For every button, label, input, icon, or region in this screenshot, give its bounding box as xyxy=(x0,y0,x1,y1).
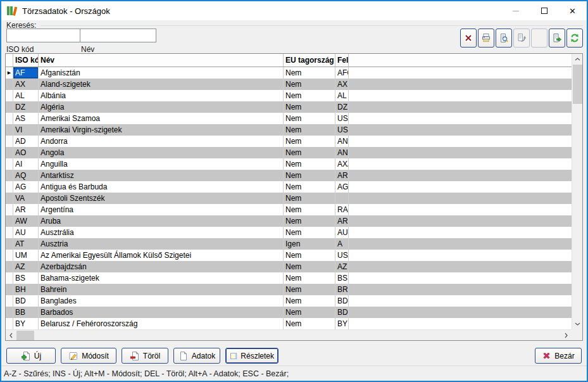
column-header-nev[interactable]: Név xyxy=(39,54,284,67)
grid-cell-eu[interactable]: Nem xyxy=(284,158,335,170)
table-row[interactable]: AGAntigua és BarbudaNemAG xyxy=(6,181,572,193)
grid-cell-iso[interactable]: BH xyxy=(13,284,39,295)
grid-cell-nev[interactable]: Aruba xyxy=(39,215,284,227)
grid-cell-fel[interactable]: AFG xyxy=(335,67,349,79)
grid-cell-nev[interactable]: Apostoli Szentszék xyxy=(39,193,284,204)
grid-cell-eu[interactable]: Nem xyxy=(284,295,335,307)
table-row[interactable]: ATAusztriaIgenA xyxy=(6,238,572,250)
table-row[interactable]: AQAntarktiszNemARK xyxy=(6,170,572,181)
grid-cell-eu[interactable]: Nem xyxy=(284,136,335,147)
grid-cell-eu[interactable]: Nem xyxy=(284,250,335,261)
grid-cell-nev[interactable]: Bahama-szigetek xyxy=(39,272,284,284)
table-row[interactable]: ARArgentínaNemRA xyxy=(6,204,572,215)
scroll-left-icon[interactable] xyxy=(6,330,16,341)
grid-cell-fel[interactable]: DZ xyxy=(335,101,349,113)
grid-cell-fel[interactable]: AX xyxy=(335,79,349,90)
grid-cell-eu[interactable]: Nem xyxy=(284,101,335,113)
table-row[interactable]: VIAmerikai Virgin-szigetekNemUSA xyxy=(6,124,572,136)
table-row[interactable]: AWArubaNemARU xyxy=(6,215,572,227)
grid-cell-nev[interactable]: Albánia xyxy=(39,90,284,101)
grid-cell-nev[interactable]: Algéria xyxy=(39,101,284,113)
refresh-button[interactable] xyxy=(566,29,583,48)
grid-cell-fel[interactable]: ANG xyxy=(335,147,349,158)
grid-cell-fel[interactable]: RA xyxy=(335,204,349,215)
grid-cell-eu[interactable]: Nem xyxy=(284,204,335,215)
clear-filter-button[interactable] xyxy=(460,29,477,48)
grid-cell-eu[interactable]: Nem xyxy=(284,67,335,79)
table-row[interactable]: AUAusztráliaNemAUS xyxy=(6,227,572,238)
table-row[interactable]: BYBelarusz / FehéroroszországNemBY xyxy=(6,318,572,329)
table-row[interactable]: BHBahreinNemBRN xyxy=(6,284,572,295)
grid-cell-eu[interactable]: Nem xyxy=(284,272,335,284)
grid-cell-nev[interactable]: Amerikai Szamoa xyxy=(39,113,284,124)
grid-cell-fel[interactable]: A xyxy=(335,238,349,250)
grid-cell-eu[interactable]: Nem xyxy=(284,147,335,158)
grid-cell-iso[interactable]: AF xyxy=(13,67,39,79)
grid-cell-nev[interactable]: Belarusz / Fehéroroszország xyxy=(39,318,284,329)
grid-cell-iso[interactable]: UM xyxy=(13,250,39,261)
grid-cell-iso[interactable]: BD xyxy=(13,295,39,307)
grid-cell-fel[interactable] xyxy=(335,193,349,204)
grid-cell-fel[interactable]: BD xyxy=(335,295,349,307)
grid-cell-nev[interactable]: Antarktisz xyxy=(39,170,284,181)
grid-cell-eu[interactable]: Nem xyxy=(284,79,335,90)
grid-cell-eu[interactable]: Nem xyxy=(284,181,335,193)
grid-cell-fel[interactable]: USA xyxy=(335,250,349,261)
grid-cell-eu[interactable]: Nem xyxy=(284,307,335,318)
grid-cell-iso[interactable]: AZ xyxy=(13,261,39,272)
grid-cell-nev[interactable]: Andorra xyxy=(39,136,284,147)
grid-cell-fel[interactable]: BS xyxy=(335,272,349,284)
table-row[interactable]: ▶AFAfganisztánNemAFG xyxy=(6,67,572,79)
data-button[interactable]: Adatok xyxy=(173,348,220,364)
grid-cell-nev[interactable]: Bahrein xyxy=(39,284,284,295)
table-row[interactable]: BDBangladesNemBD xyxy=(6,295,572,307)
column-header-eu[interactable]: EU tagország xyxy=(284,54,335,67)
horizontal-scrollbar-thumb[interactable] xyxy=(16,331,34,340)
grid-cell-nev[interactable]: Angola xyxy=(39,147,284,158)
grid-cell-eu[interactable]: Nem xyxy=(284,318,335,329)
grid-cell-nev[interactable]: Barbados xyxy=(39,307,284,318)
grid-cell-eu[interactable]: Nem xyxy=(284,90,335,101)
close-window-button[interactable]: Bezár xyxy=(535,348,582,364)
details-button[interactable]: Részletek xyxy=(225,348,278,364)
table-row[interactable]: DZAlgériaNemDZ xyxy=(6,101,572,113)
grid-cell-iso[interactable]: AX xyxy=(13,79,39,90)
grid-cell-nev[interactable]: Ausztrália xyxy=(39,227,284,238)
print-preview-button[interactable] xyxy=(496,29,512,48)
horizontal-scrollbar[interactable] xyxy=(6,329,572,340)
grid-cell-eu[interactable]: Nem xyxy=(284,113,335,124)
grid-cell-iso[interactable]: AD xyxy=(13,136,39,147)
grid-cell-fel[interactable]: AG xyxy=(335,181,349,193)
grid-cell-fel[interactable]: USA xyxy=(335,124,349,136)
table-row[interactable]: ADAndorraNemAND xyxy=(6,136,572,147)
grid-cell-iso[interactable]: VA xyxy=(13,193,39,204)
table-row[interactable]: AIAnguillaNemAXA xyxy=(6,158,572,170)
grid-cell-iso[interactable]: BY xyxy=(13,318,39,329)
grid-cell-eu[interactable]: Nem xyxy=(284,215,335,227)
search-iso-input[interactable] xyxy=(6,29,80,42)
minimize-button[interactable] xyxy=(501,1,530,20)
grid-cell-nev[interactable]: Amerikai Virgin-szigetek xyxy=(39,124,284,136)
grid-cell-iso[interactable]: AR xyxy=(13,204,39,215)
grid-cell-nev[interactable]: Argentína xyxy=(39,204,284,215)
scroll-down-icon[interactable] xyxy=(572,319,583,329)
grid-cell-fel[interactable]: AXA xyxy=(335,158,349,170)
vertical-scrollbar[interactable] xyxy=(572,54,582,329)
grid-cell-fel[interactable]: BDS xyxy=(335,307,349,318)
maximize-button[interactable] xyxy=(530,1,558,20)
grid-cell-iso[interactable]: BS xyxy=(13,272,39,284)
column-header-fel[interactable]: Fel xyxy=(335,54,349,67)
table-row[interactable]: AXAland-szigetekNemAX xyxy=(6,79,572,90)
grid-cell-fel[interactable]: AND xyxy=(335,136,349,147)
close-button[interactable]: ✕ xyxy=(558,1,587,20)
vertical-scrollbar-thumb[interactable] xyxy=(573,65,582,104)
grid-cell-iso[interactable]: BB xyxy=(13,307,39,318)
grid-cell-fel[interactable]: BY xyxy=(335,318,349,329)
scroll-up-icon[interactable] xyxy=(572,54,583,65)
modify-button[interactable]: Módosít xyxy=(61,348,116,364)
grid-cell-iso[interactable]: AU xyxy=(13,227,39,238)
grid-cell-eu[interactable]: Nem xyxy=(284,124,335,136)
grid-cell-iso[interactable]: VI xyxy=(13,124,39,136)
grid-cell-nev[interactable]: Anguilla xyxy=(39,158,284,170)
scroll-right-icon[interactable] xyxy=(561,330,572,341)
